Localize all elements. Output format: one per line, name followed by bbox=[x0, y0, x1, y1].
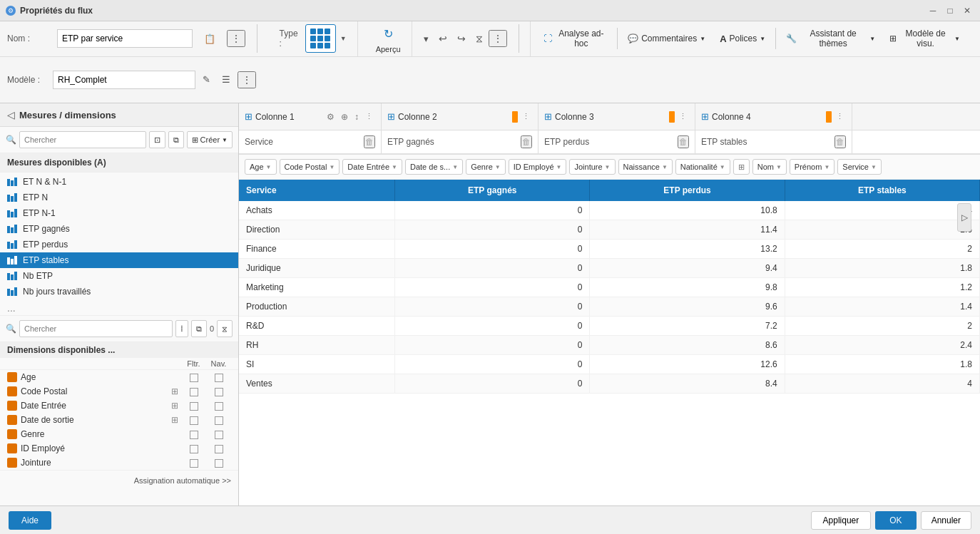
col1-action2[interactable]: ⊕ bbox=[339, 111, 350, 123]
col4-remove-button[interactable]: 🗑 bbox=[834, 135, 846, 148]
col4-more[interactable]: ⋮ bbox=[834, 111, 846, 122]
col3-more[interactable]: ⋮ bbox=[677, 111, 689, 122]
apercu-refresh-button[interactable]: ↻ bbox=[379, 24, 397, 43]
filter-chip-nationalite[interactable]: Nationalité ▼ bbox=[675, 159, 730, 175]
dim-nav-datesortie[interactable] bbox=[206, 415, 231, 425]
redo-button[interactable]: ↪ bbox=[453, 30, 470, 47]
measure-item-7[interactable]: Nb jours travaillés bbox=[0, 284, 238, 299]
nom-copy-icon[interactable]: 📋 bbox=[200, 31, 220, 47]
nom-more-button[interactable]: ⋮ bbox=[227, 30, 245, 47]
measure-item-2[interactable]: ETP N-1 bbox=[0, 205, 238, 221]
col3-remove-button[interactable]: 🗑 bbox=[678, 135, 689, 148]
dim-item-datesortie[interactable]: Date de sortie ⊞ bbox=[0, 413, 238, 427]
col1-remove-button[interactable]: 🗑 bbox=[364, 135, 375, 148]
dim-nav-idemploye[interactable] bbox=[206, 443, 231, 453]
dim-filter-datentree[interactable] bbox=[181, 401, 206, 411]
type-grid-button[interactable] bbox=[305, 24, 336, 53]
dim-filter-age[interactable] bbox=[181, 372, 206, 382]
dims-copy-button[interactable]: ⧉ bbox=[191, 320, 207, 337]
measure-item-6[interactable]: Nb ETP bbox=[0, 268, 238, 284]
assign-label: Assignation automatique >> bbox=[134, 476, 231, 485]
filter-chip-datentree[interactable]: Date Entrée ▼ bbox=[342, 159, 402, 175]
col2-more[interactable]: ⋮ bbox=[520, 111, 532, 122]
modele-edit-icon[interactable]: ✎ bbox=[198, 71, 215, 88]
toolbar-more-button[interactable]: ⋮ bbox=[489, 30, 507, 47]
filter-chip-codepostal[interactable]: Code Postal ▼ bbox=[280, 159, 340, 175]
dim-nav-age[interactable] bbox=[206, 372, 231, 382]
filter-chip-service[interactable]: Service ▼ bbox=[837, 159, 882, 175]
more-measures-button[interactable]: ... bbox=[0, 301, 238, 315]
data-table-wrap[interactable]: Service ETP gagnés ETP perdus ETP stable… bbox=[239, 180, 980, 505]
col2-remove-button[interactable]: 🗑 bbox=[521, 135, 532, 148]
filter-chip-idemploye[interactable]: ID Employé ▼ bbox=[509, 159, 567, 175]
filter-button[interactable]: ⧖ bbox=[471, 30, 487, 48]
th-etp-gagnes[interactable]: ETP gagnés bbox=[395, 180, 590, 201]
dim-filter-datesortie[interactable] bbox=[181, 415, 206, 425]
table-row: Achats010.83.4 bbox=[239, 201, 980, 220]
dim-filter-genre[interactable] bbox=[181, 429, 206, 439]
dim-item-age[interactable]: Age bbox=[0, 370, 238, 384]
filter-chip-prenom[interactable]: Prénom ▼ bbox=[790, 159, 834, 175]
filter-chip-nom[interactable]: Nom ▼ bbox=[752, 159, 787, 175]
dim-filter-jointure[interactable] bbox=[181, 458, 206, 468]
measure-item-5[interactable]: ETP stables bbox=[0, 252, 238, 268]
filter-chip-genre[interactable]: Genre ▼ bbox=[466, 159, 506, 175]
maximize-button[interactable]: □ bbox=[943, 4, 957, 18]
filter-expand-button[interactable]: ⊞ bbox=[733, 159, 750, 175]
modele-input[interactable] bbox=[53, 71, 195, 89]
measures-copy-button[interactable]: ⊡ bbox=[149, 131, 165, 148]
dim-item-genre[interactable]: Genre bbox=[0, 427, 238, 441]
dims-search-input[interactable] bbox=[19, 320, 173, 337]
dim-nav-codepostal[interactable] bbox=[206, 386, 231, 396]
modele-visu-button[interactable]: ⊞ Modèle de visu. ▼ bbox=[885, 26, 964, 51]
polices-icon: A bbox=[720, 34, 726, 44]
cell-gagnes-8: 0 bbox=[395, 355, 590, 374]
th-service[interactable]: Service bbox=[239, 180, 395, 201]
analyse-adhoc-button[interactable]: ⛶ Analyse ad-hoc bbox=[539, 26, 611, 51]
col1-action3[interactable]: ↕ bbox=[352, 111, 361, 123]
th-etp-stables[interactable]: ETP stables bbox=[785, 180, 979, 201]
modele-more-button[interactable]: ⋮ bbox=[238, 71, 256, 88]
dim-nav-genre[interactable] bbox=[206, 429, 231, 439]
right-collapse-button[interactable]: ▷ bbox=[957, 203, 971, 232]
col1-action1[interactable]: ⚙ bbox=[325, 111, 337, 123]
col1-more[interactable]: ⋮ bbox=[363, 111, 375, 122]
measures-search-input[interactable] bbox=[19, 131, 146, 148]
dims-filter-button[interactable]: ⧖ bbox=[217, 320, 233, 337]
undo-dropdown-button[interactable]: ▾ bbox=[419, 31, 433, 47]
dim-item-codepostal[interactable]: Code Postal ⊞ bbox=[0, 384, 238, 399]
measure-item-1[interactable]: ETP N bbox=[0, 190, 238, 205]
dim-item-idemploye[interactable]: ID Employé bbox=[0, 441, 238, 456]
dim-filter-codepostal[interactable] bbox=[181, 386, 206, 396]
commentaires-button[interactable]: 💬 Commentaires ▼ bbox=[623, 31, 710, 46]
modele-list-icon[interactable]: ☰ bbox=[218, 71, 235, 88]
close-button[interactable]: ✕ bbox=[960, 4, 974, 18]
appliquer-button[interactable]: Appliquer bbox=[811, 511, 872, 530]
create-button[interactable]: ⊞ Créer ▼ bbox=[187, 131, 233, 148]
col3-icon: ⊞ bbox=[544, 111, 552, 122]
filter-chip-naissance[interactable]: Naissance ▼ bbox=[618, 159, 673, 175]
polices-button[interactable]: A Polices ▼ bbox=[715, 31, 770, 47]
undo-button[interactable]: ↩ bbox=[434, 30, 451, 47]
dim-item-jointure[interactable]: Jointure bbox=[0, 456, 238, 470]
filter-chip-dates[interactable]: Date de s... ▼ bbox=[405, 159, 463, 175]
nom-input[interactable] bbox=[57, 29, 193, 48]
minimize-button[interactable]: ─ bbox=[926, 4, 940, 18]
dim-nav-datentree[interactable] bbox=[206, 401, 231, 411]
dim-filter-idemploye[interactable] bbox=[181, 443, 206, 453]
dims-filter-mode-button[interactable]: ⁞ bbox=[175, 320, 188, 337]
measure-item-3[interactable]: ETP gagnés bbox=[0, 221, 238, 237]
collapse-button[interactable]: ◁ bbox=[7, 109, 15, 120]
measure-item-0[interactable]: ET N & N-1 bbox=[0, 174, 238, 190]
dim-nav-jointure[interactable] bbox=[206, 458, 231, 468]
ok-button[interactable]: OK bbox=[875, 511, 916, 530]
filter-chip-jointure[interactable]: Jointure ▼ bbox=[569, 159, 615, 175]
th-etp-perdus[interactable]: ETP perdus bbox=[590, 180, 785, 201]
aide-button[interactable]: Aide bbox=[9, 511, 51, 530]
measure-item-4[interactable]: ETP perdus bbox=[0, 237, 238, 252]
filter-chip-age[interactable]: Age ▼ bbox=[245, 159, 277, 175]
measures-duplicate-button[interactable]: ⧉ bbox=[168, 131, 184, 148]
annuler-button[interactable]: Annuler bbox=[921, 511, 971, 530]
assistant-button[interactable]: 🔧 Assistant de thèmes ▼ bbox=[782, 26, 879, 51]
dim-item-datentree[interactable]: Date Entrée ⊞ bbox=[0, 399, 238, 413]
